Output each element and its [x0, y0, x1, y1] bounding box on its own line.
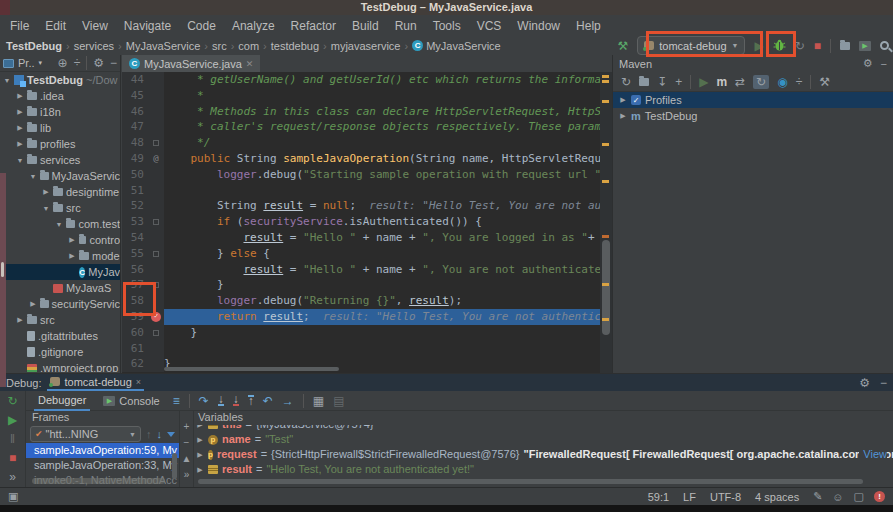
evaluate-expression-icon[interactable]: ▦: [313, 395, 324, 407]
run-icon[interactable]: ▶: [754, 40, 763, 52]
breadcrumb-item-testdebug[interactable]: TestDebug: [6, 40, 62, 52]
frame-row[interactable]: invoke0:-1, NativeMethodAcc: [26, 473, 179, 488]
tree-arrow-icon[interactable]: ▶: [68, 236, 76, 244]
breadcrumb-item-services[interactable]: services: [74, 40, 114, 52]
tree-arrow-icon[interactable]: ▼: [42, 205, 50, 212]
breadcrumb-item-myjavaservice[interactable]: CMyJavaService: [412, 40, 501, 52]
hector-inspections-icon[interactable]: ☺: [832, 491, 843, 503]
toggle-toolwindows-icon[interactable]: ▣: [8, 490, 18, 503]
remove-watch-icon[interactable]: −: [184, 437, 190, 448]
add-maven-project-icon[interactable]: +: [675, 76, 682, 88]
variable-row-result[interactable]: ▶result="Hello Test, You are not authent…: [194, 462, 893, 477]
tree-arrow-icon[interactable]: ▶: [29, 300, 37, 308]
menu-item-view[interactable]: View: [74, 19, 116, 33]
force-step-into-icon[interactable]: ↓: [233, 395, 239, 406]
tree-item-securityservic[interactable]: ▶securityServic: [0, 296, 120, 312]
code-line-59[interactable]: 59✓ return result; result: "Hello Test, …: [122, 309, 600, 325]
tree-arrow-icon[interactable]: ▶: [619, 96, 627, 104]
step-over-icon[interactable]: ↷: [199, 395, 209, 407]
pause-icon[interactable]: ‖: [10, 433, 15, 445]
menu-item-window[interactable]: Window: [509, 19, 568, 33]
editor-tab[interactable]: C MyJavaService.java ✕: [122, 55, 260, 72]
tree-item-testdebug[interactable]: ▼TestDebug ~/Dow: [0, 72, 120, 88]
tree-arrow-icon[interactable]: ▶: [42, 188, 50, 196]
menu-item-vcs[interactable]: VCS: [469, 19, 510, 33]
tree-arrow-icon[interactable]: ▶: [16, 140, 24, 148]
variables-hscrollbar[interactable]: [198, 479, 863, 484]
maven-item-profiles[interactable]: ▶✓Profiles: [613, 92, 893, 108]
stop-icon[interactable]: ■: [814, 40, 821, 52]
variable-row-this[interactable]: ▶this={MyJavaService@7574}: [194, 425, 893, 432]
tab-debugger[interactable]: Debugger: [34, 391, 90, 411]
breadcrumb-item-myjavaservice[interactable]: MyJavaService: [126, 40, 201, 52]
tree-arrow-icon[interactable]: ▶: [16, 108, 24, 116]
tree-arrow-icon[interactable]: ▶: [16, 124, 24, 132]
breadcrumb-item-com[interactable]: com: [238, 40, 259, 52]
download-sources-icon[interactable]: ↧: [657, 76, 667, 88]
menu-item-tools[interactable]: Tools: [425, 19, 469, 33]
tree-item-lib[interactable]: ▶lib: [0, 120, 120, 136]
hide-panel-icon[interactable]: −: [110, 57, 117, 69]
tree-item-src[interactable]: ▼src: [0, 200, 120, 216]
tree-arrow-icon[interactable]: ▶: [16, 92, 24, 100]
tree-item-mode[interactable]: ▶mode: [0, 248, 120, 264]
code-line-50[interactable]: 50 logger.debug("Starting sample operati…: [122, 167, 600, 183]
tree-arrow-icon[interactable]: ▼: [16, 157, 24, 164]
close-icon[interactable]: ×: [136, 377, 141, 387]
hide-panel-icon[interactable]: −: [880, 377, 887, 389]
tree-arrow-icon[interactable]: ▶: [16, 316, 24, 324]
settings-gear-icon[interactable]: ⚙: [93, 57, 104, 69]
menu-item-analyze[interactable]: Analyze: [224, 19, 283, 33]
filter-funnel-icon[interactable]: [167, 432, 175, 437]
profiler-icon[interactable]: ↻: [795, 40, 805, 52]
menu-item-edit[interactable]: Edit: [37, 19, 74, 33]
chevron-down-icon[interactable]: ▾: [39, 59, 43, 67]
debug-session-tab[interactable]: tomcat-debug ×: [47, 374, 144, 391]
hide-panel-icon[interactable]: −: [881, 58, 887, 70]
tree-arrow-icon[interactable]: ▼: [29, 173, 37, 180]
run-maven-goal-icon[interactable]: ▶: [699, 76, 708, 88]
tree-item-myjav[interactable]: CMyJav: [0, 264, 120, 280]
breadcrumb-item-src[interactable]: src: [212, 40, 227, 52]
tree-arrow-icon[interactable]: ▼: [3, 77, 11, 84]
code-line-53[interactable]: 53 if (securityService.isAuthenticated()…: [122, 214, 600, 230]
breadcrumb-item-testdebug[interactable]: testdebug: [271, 40, 319, 52]
run-to-cursor-icon[interactable]: →: [282, 395, 294, 407]
more-icon[interactable]: »: [184, 469, 190, 480]
expand-arrow-icon[interactable]: ▶: [196, 462, 204, 477]
code-line-57[interactable]: 57 }: [122, 277, 600, 293]
layout-settings-icon[interactable]: ≡: [173, 395, 180, 407]
frame-row[interactable]: sampleJavaOperation:59, My: [26, 443, 179, 458]
tree-item-src[interactable]: ▶src: [0, 312, 120, 328]
expand-arrow-icon[interactable]: ▶: [196, 447, 204, 462]
tree-item--gitattributes[interactable]: .gitattributes: [0, 328, 120, 344]
tree-item-profiles[interactable]: ▶profiles: [0, 136, 120, 152]
menu-item-help[interactable]: Help: [568, 19, 609, 33]
skip-tests-icon[interactable]: ⇄: [735, 76, 745, 88]
resume-icon[interactable]: ▶: [8, 414, 17, 426]
tree-arrow-icon[interactable]: ▼: [55, 221, 63, 228]
menu-item-file[interactable]: File: [2, 19, 37, 33]
code-line-51[interactable]: 51: [122, 183, 600, 199]
view-threads-icon[interactable]: ▤: [333, 395, 344, 407]
tree-arrow-icon[interactable]: ▶: [619, 112, 627, 120]
fold-marker-icon[interactable]: [153, 282, 159, 288]
run-dashboard-icon[interactable]: ▶: [859, 41, 871, 51]
settings-gear-icon[interactable]: ⚙: [859, 377, 870, 389]
generate-sources-icon[interactable]: [639, 78, 649, 86]
error-stripe[interactable]: [600, 72, 612, 373]
file-encoding[interactable]: UTF-8: [710, 491, 741, 503]
tree-item--wmproject-prop[interactable]: .wmproject.prop: [0, 360, 120, 372]
reimport-maven-icon[interactable]: ↻: [621, 76, 631, 88]
frame-down-icon[interactable]: ↓: [157, 428, 163, 440]
run-config-selector[interactable]: tomcat-debug▼: [637, 36, 745, 55]
add-watch-icon[interactable]: +: [184, 421, 190, 432]
maven-m-icon[interactable]: m: [716, 76, 727, 88]
code-area[interactable]: 44 * getUserName() and getUserId() etc w…: [122, 72, 600, 373]
code-line-48[interactable]: 48 */: [122, 135, 600, 151]
maven-settings-toggle-icon[interactable]: ↻: [753, 75, 769, 89]
fold-marker-icon[interactable]: [153, 140, 159, 146]
code-line-58[interactable]: 58 logger.debug("Returning {}", result);: [122, 293, 600, 309]
code-line-55[interactable]: 55 } else {: [122, 246, 600, 262]
step-into-icon[interactable]: ↓: [218, 395, 224, 406]
